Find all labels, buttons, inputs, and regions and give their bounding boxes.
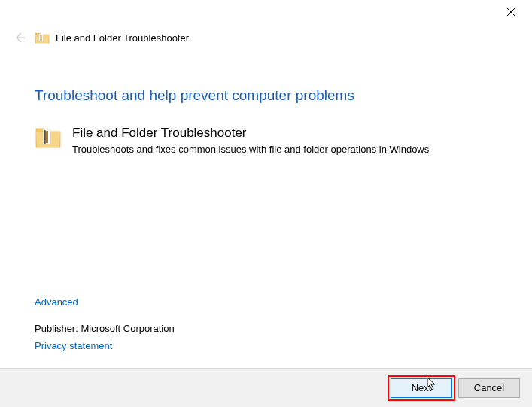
back-arrow-icon — [14, 32, 26, 44]
publisher-info: Publisher: Microsoft Corporation — [35, 323, 175, 334]
main-heading: Troubleshoot and help prevent computer p… — [35, 87, 497, 104]
next-button[interactable]: Next — [391, 378, 452, 398]
button-bar: Next Cancel — [0, 368, 532, 407]
troubleshooter-description: Troubleshoots and fixes common issues wi… — [72, 143, 497, 156]
troubleshooter-title: File and Folder Troubleshooter — [72, 125, 497, 141]
back-button — [9, 27, 30, 48]
close-icon — [506, 8, 515, 17]
privacy-statement-link[interactable]: Privacy statement — [35, 340, 175, 351]
svg-rect-3 — [41, 35, 42, 41]
publisher-name: Microsoft Corporation — [81, 323, 174, 334]
header-row: File and Folder Troubleshooter — [0, 24, 532, 51]
publisher-label: Publisher: — [35, 323, 81, 334]
close-button[interactable] — [499, 3, 523, 21]
troubleshooter-row: File and Folder Troubleshooter Troublesh… — [35, 125, 497, 156]
advanced-link[interactable]: Advanced — [35, 296, 78, 308]
bottom-links: Advanced Publisher: Microsoft Corporatio… — [35, 296, 175, 351]
svg-rect-6 — [44, 130, 46, 144]
cancel-button[interactable]: Cancel — [458, 378, 520, 398]
troubleshooter-info: File and Folder Troubleshooter Troublesh… — [72, 125, 497, 156]
content-area: Troubleshoot and help prevent computer p… — [0, 51, 532, 156]
window-title: File and Folder Troubleshooter — [56, 32, 189, 44]
folder-large-icon — [35, 125, 62, 150]
titlebar — [0, 0, 532, 24]
folder-icon — [35, 31, 50, 44]
svg-rect-5 — [45, 131, 48, 143]
